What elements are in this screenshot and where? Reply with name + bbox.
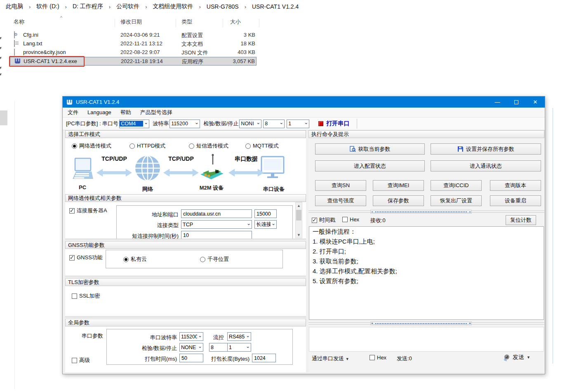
menu-help[interactable]: 帮助 <box>120 109 131 116</box>
device-restart-button[interactable]: 设备重启 <box>490 195 541 206</box>
splitter[interactable]: ▼▼ <box>308 322 544 325</box>
breadcrumb-item[interactable]: 文档组使用软件 <box>151 2 195 11</box>
query-imei-button[interactable]: 查询IMEI <box>373 180 424 191</box>
breadcrumb-item[interactable]: 此电脑 <box>4 2 25 11</box>
query-sn-button[interactable]: 查询SN <box>315 180 366 191</box>
global-baud-select[interactable]: 115200 <box>179 332 203 341</box>
advanced-checkbox[interactable]: 高级 <box>72 357 90 364</box>
send-button[interactable]: 发送 ▼ <box>503 354 530 361</box>
global-pds-label: 检验/数据/停止 <box>111 345 177 352</box>
scroll-down-icon[interactable]: ▼ <box>296 232 302 238</box>
stopbits-select[interactable]: 1 <box>287 120 309 128</box>
flow-control-select[interactable]: RS485 <box>227 332 251 341</box>
file-row[interactable]: Cfg.ini 2024-03-06 9:21 配置设置 3 KB <box>10 31 257 40</box>
scroll-up-icon[interactable]: ▲ <box>296 202 302 209</box>
gnss-radio-private-cloud[interactable]: 私有云 <box>123 256 147 263</box>
global-parity-select[interactable]: NONE <box>179 343 203 352</box>
log-line: 3. 获取当前参数; <box>309 256 544 266</box>
set-save-all-button[interactable]: 设置并保存所有参数 <box>431 143 541 155</box>
log-line: 5. 设置所有参数; <box>309 276 544 286</box>
workmode-radio-net-passthrough[interactable]: 网络透传模式 <box>72 142 111 150</box>
menu-file[interactable]: 文件 <box>68 109 78 116</box>
query-version-button[interactable]: 查询版本 <box>490 180 541 191</box>
log-line: 一般操作流程： <box>309 227 544 237</box>
minimize-icon[interactable]: — <box>488 96 507 108</box>
panel-divider <box>14 101 15 390</box>
send-via-serial-dropdown[interactable]: 通过串口发送 ▼ <box>312 355 349 362</box>
sort-ascending-icon: ^ <box>60 15 62 20</box>
get-params-button[interactable]: 获取当前参数 <box>315 143 425 155</box>
parity-select[interactable]: NONI <box>239 120 261 128</box>
baud-select[interactable]: 115200 <box>169 120 200 128</box>
log-area[interactable]: 一般操作流程： 1. 模块连PC串口,上电; 2. 打开串口; 3. 获取当前参… <box>309 226 544 320</box>
send-input-area[interactable] <box>309 327 544 352</box>
section-header-tls: TLS加密参数 <box>65 278 306 286</box>
file-row[interactable]: province&city.json 2022-08-22 9:07 JSON … <box>10 48 257 57</box>
breadcrumb-item[interactable]: USR-CAT1 V1.2.4 <box>250 2 300 11</box>
triangle-down-icon: ▼ <box>371 322 374 325</box>
short-conn-input[interactable]: 10 <box>181 231 252 239</box>
hex-send-checkbox[interactable]: Hex <box>370 354 386 361</box>
query-iccid-button[interactable]: 查询ICCID <box>431 180 482 191</box>
scrollbar-thumb[interactable] <box>296 210 301 221</box>
breadcrumb-item[interactable]: 公司软件 <box>115 2 141 11</box>
menu-product-model[interactable]: 产品型号选择 <box>140 109 172 116</box>
chevron-down-icon <box>143 120 149 127</box>
file-row[interactable]: Lang.txt 2022-11-21 13:12 文本文档 18 KB <box>10 40 257 48</box>
chevron-down-icon <box>271 221 276 228</box>
workmode-radio-mqtt[interactable]: MQTT模式 <box>245 142 279 150</box>
maximize-icon[interactable] <box>507 96 526 108</box>
conn-type-label: 连接类型 <box>121 222 179 229</box>
global-stopbits-select[interactable]: 1 <box>227 343 251 352</box>
server-port-input[interactable]: 15000 <box>254 209 277 218</box>
gnss-radio-qianxun[interactable]: 千寻位置 <box>200 256 229 263</box>
reset-counter-button[interactable]: 复位计数 <box>506 215 536 225</box>
server-a-checkbox[interactable]: 连接服务器A <box>69 207 107 214</box>
search-doc-icon <box>350 146 356 152</box>
timestamp-checkbox[interactable]: 时间戳 <box>312 216 335 224</box>
chevron-right-icon: › <box>145 4 147 10</box>
save-params-button[interactable]: 保存参数 <box>373 195 424 206</box>
chevron-right-icon: › <box>245 4 246 10</box>
section-divider <box>65 239 306 240</box>
enter-comm-state-button[interactable]: 进入通讯状态 <box>431 160 541 171</box>
factory-reset-button[interactable]: 恢复出厂设置 <box>431 195 482 206</box>
ssl-checkbox[interactable]: SSL加密 <box>72 292 100 300</box>
net-params-scrollbar[interactable]: ▲ ▼ <box>295 202 302 238</box>
breadcrumb-item[interactable]: D: 工作程序 <box>71 2 105 11</box>
title-bar[interactable]: USR-CAT1 V1.2.4 — ✕ <box>63 96 545 108</box>
com-port-select[interactable]: COM4 <box>119 120 149 128</box>
section-header-workmode: 选择工作模式 <box>65 130 306 138</box>
file-type: 应用程序 <box>182 58 203 66</box>
section-header-gnss: GNSS功能参数 <box>65 241 306 249</box>
conn-type-select[interactable]: TCP <box>181 220 252 229</box>
triangle-down-icon: ▼ <box>468 322 471 325</box>
open-serial-button[interactable]: 打开串口 <box>315 119 353 128</box>
close-icon[interactable]: ✕ <box>526 96 545 108</box>
workmode-radio-sms[interactable]: 短信透传模式 <box>189 142 228 150</box>
column-header-name[interactable]: 名称 <box>14 18 24 28</box>
pack-length-input[interactable]: 1024 <box>252 354 276 362</box>
column-header-size[interactable]: 大小 <box>230 18 241 28</box>
databits-select[interactable]: 8 <box>263 120 285 128</box>
keepalive-select[interactable]: 长连接 <box>254 220 277 229</box>
breadcrumb: 此电脑› 软件 (D:)› D: 工作程序› 公司软件› 文档组使用软件› US… <box>0 0 579 13</box>
breadcrumb-item[interactable]: 软件 (D:) <box>35 2 61 11</box>
global-baud-label: 串口波特率 <box>111 334 177 341</box>
query-signal-button[interactable]: 查信号强度 <box>315 195 366 206</box>
gnss-checkbox[interactable]: GNSS功能 <box>69 254 103 261</box>
link-label: TCP/UDP <box>96 155 132 162</box>
breadcrumb-item[interactable]: USR-G780S <box>205 2 240 11</box>
menu-language[interactable]: Language <box>87 109 111 115</box>
enter-config-state-button[interactable]: 进入配置状态 <box>315 160 425 171</box>
caret-down-icon: ▼ <box>527 355 530 359</box>
workmode-radio-httpd[interactable]: HTTPD模式 <box>129 142 165 150</box>
column-header-type[interactable]: 类型 <box>181 18 192 28</box>
serial-toolbar: [PC串口参数] : 串口号 COM4 波特率 115200 检验/数据/停止 … <box>63 117 545 130</box>
file-size: 403 KB <box>238 49 255 55</box>
splitter[interactable]: ▲▲ <box>308 210 544 214</box>
column-header-date[interactable]: 修改日期 <box>120 18 142 28</box>
short-conn-label: 短连接抑制时间(秒) <box>121 232 179 239</box>
server-address-input[interactable]: clouddata.usr.cn <box>181 209 252 218</box>
hex-recv-checkbox[interactable]: Hex <box>342 216 359 223</box>
